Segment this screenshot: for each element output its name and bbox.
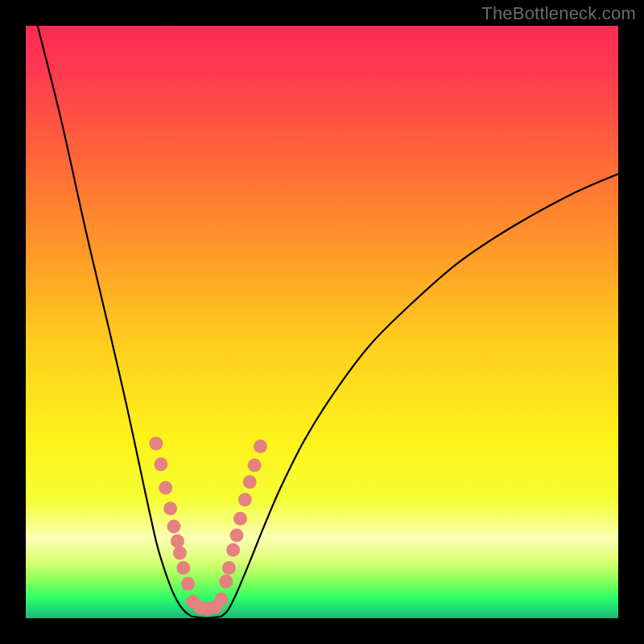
data-point (159, 481, 172, 495)
data-point (163, 502, 177, 515)
data-point (219, 575, 233, 588)
data-point (214, 592, 228, 606)
data-point (248, 459, 262, 473)
gradient-background (26, 26, 618, 618)
data-point (171, 535, 184, 548)
data-point (176, 561, 190, 575)
data-point (173, 547, 187, 560)
data-point (181, 577, 195, 591)
data-point (154, 457, 167, 471)
data-point (238, 493, 252, 506)
data-point (243, 475, 257, 489)
data-point (222, 561, 236, 575)
bottleneck-chart (26, 26, 618, 618)
data-point (226, 543, 240, 557)
data-point (254, 440, 267, 453)
watermark-text: TheBottleneck.com (481, 3, 636, 24)
data-point (233, 512, 247, 526)
chart-frame (26, 26, 618, 618)
data-point (149, 436, 163, 450)
data-point (167, 519, 181, 533)
data-point (230, 528, 244, 542)
